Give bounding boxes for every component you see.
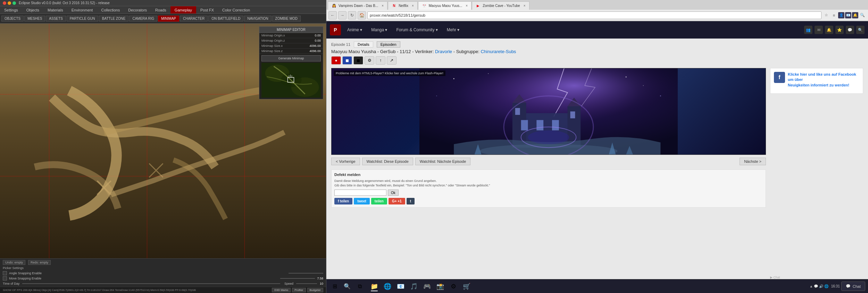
minimize-button[interactable] [8, 1, 11, 5]
menu-environment[interactable]: Environment [67, 6, 97, 14]
menu-gameplay[interactable]: Gameplay [170, 6, 196, 14]
subgroup-link[interactable]: Chinurarete-Subs [481, 49, 516, 54]
chat-toggle[interactable]: ▶ Chat [770, 276, 863, 279]
menu-roads[interactable]: Roads [151, 6, 170, 14]
tab-zombie-cave[interactable]: ▶ Zombie Cave - YouTube × [472, 1, 529, 10]
menu-objects[interactable]: Objects [22, 6, 43, 14]
tool-particle-gun[interactable]: PARTICLE GUN [67, 16, 98, 22]
profile-icon-3[interactable]: 🔔 [852, 12, 858, 18]
settings-icon[interactable]: ≡ [831, 12, 837, 19]
flash-message[interactable]: Probleme mit dem HTML5-Player? Klicke hi… [334, 70, 445, 76]
taskbar-app-store[interactable]: 🛒 [460, 281, 473, 292]
redo-button[interactable]: Redo: empty [28, 260, 51, 265]
move-snapping-checkbox[interactable] [3, 276, 7, 281]
next-button[interactable]: Nächste > [740, 158, 766, 165]
angle-snapping-checkbox[interactable] [3, 271, 7, 275]
forward-button[interactable]: → [338, 11, 347, 19]
move-slider[interactable] [280, 278, 315, 279]
defekt-input[interactable] [334, 190, 386, 196]
tool-on-battlefield[interactable]: ON BATTLEFIELD [208, 16, 243, 22]
address-bar[interactable] [367, 11, 821, 19]
time-slider[interactable] [22, 283, 280, 284]
taskbar-app-settings[interactable]: ⚙ [447, 281, 460, 292]
share-tumblr-button[interactable]: t [407, 198, 415, 204]
menu-collections[interactable]: Collections [97, 6, 124, 14]
budgeter-button[interactable]: Budgeter [307, 288, 323, 292]
taskbar-app-browser[interactable]: 🌐 [381, 281, 394, 292]
maximize-button[interactable] [12, 1, 16, 5]
taskbar-app-music[interactable]: 🎵 [408, 281, 420, 292]
tab-close-maoyuu[interactable]: × [466, 4, 468, 8]
tool-objects[interactable]: OBJECTS [1, 16, 24, 22]
bookmark-icon[interactable]: ☆ [823, 12, 830, 19]
tool-zombie-mod[interactable]: ZOMBIE MOD [272, 16, 301, 22]
tool-meshes[interactable]: MESHES [24, 16, 45, 22]
action-icon-upload[interactable]: ↑ [376, 56, 385, 65]
search-browser-icon[interactable]: 🔍 [859, 12, 866, 19]
taskbar-app-mail[interactable]: 📧 [394, 281, 407, 292]
tool-minimap[interactable]: MINIMAP [158, 16, 179, 22]
menu-color-correction[interactable]: Color Correction [218, 6, 254, 14]
taskbar-app-camera[interactable]: 📸 [434, 281, 446, 292]
tool-character[interactable]: CHARACTER [180, 16, 208, 22]
back-button[interactable]: ← [328, 11, 337, 19]
menu-decorators[interactable]: Decorators [124, 6, 151, 14]
menu-postfx[interactable]: Post FX [196, 6, 218, 14]
watchlist-next-button[interactable]: Watchlist: Nächste Episode [415, 158, 470, 165]
d3d-marks-button[interactable]: D3D Marks [272, 288, 291, 292]
nav-forum-community[interactable]: Forum & Community ▾ [393, 26, 440, 34]
watchlist-episode-button[interactable]: Watchlist: Diese Episode [362, 158, 413, 165]
tool-camera-rig[interactable]: CAMERA RIG [129, 16, 157, 22]
prev-button[interactable]: < Vorherige [331, 158, 360, 165]
header-icon-4[interactable]: ⭐ [835, 26, 844, 34]
profiler-button[interactable]: Profiler [292, 288, 306, 292]
menu-settings[interactable]: Settings [0, 6, 22, 14]
task-view-button[interactable]: ⧉ [354, 281, 365, 292]
generate-minimap-button[interactable]: Generate Minimap [261, 55, 321, 61]
search-taskbar-button[interactable]: 🔍 [342, 281, 353, 292]
action-icon-2[interactable]: ◼ [342, 56, 352, 65]
share-whatsapp-button[interactable]: teilen [371, 198, 387, 204]
video-player[interactable]: Probleme mit dem HTML5-Player? Klicke hi… [331, 68, 766, 155]
reload-button[interactable]: ↻ [348, 11, 356, 19]
chat-button[interactable]: 💬 Chat [841, 282, 865, 291]
action-icon-3[interactable]: ◼ [353, 56, 363, 65]
tab-close-vampires-dawn[interactable]: × [382, 4, 384, 8]
tool-battle-zone[interactable]: BATTLE ZONE [99, 16, 129, 22]
tab-maoyuu[interactable]: 🎌 Maoyuu Maou Yuus... × [418, 1, 471, 10]
tab-netflix[interactable]: N Netflix × [388, 1, 418, 10]
header-icon-2[interactable]: ✉ [815, 26, 823, 34]
tab-details-button[interactable]: Details [354, 41, 373, 48]
tab-close-zombie-cave[interactable]: × [524, 4, 526, 8]
header-search-icon[interactable]: 🔍 [856, 26, 865, 34]
defekt-ok-button[interactable]: Ok [388, 190, 399, 196]
action-icon-1[interactable]: ● [331, 56, 341, 65]
share-facebook-button[interactable]: f teilen [334, 198, 352, 204]
tab-episodes-button[interactable]: Episoden [377, 41, 400, 48]
nav-anime[interactable]: Anime ▾ [344, 26, 365, 34]
share-google-plus-button[interactable]: G+ +1 [389, 198, 405, 204]
speed-slider[interactable] [296, 283, 317, 284]
action-icon-link[interactable]: ↗ [387, 56, 397, 65]
start-button[interactable]: ⊞ [329, 281, 340, 292]
share-twitter-button[interactable]: tweet [354, 198, 370, 204]
header-icon-5[interactable]: 💬 [846, 26, 854, 34]
close-button[interactable] [3, 1, 6, 5]
header-icon-3[interactable]: 🔔 [825, 26, 833, 34]
taskbar-app-game[interactable]: 🎮 [421, 281, 433, 292]
tool-assets[interactable]: ASSETS [46, 16, 66, 22]
tool-navigation[interactable]: NAVIGATION [244, 16, 271, 22]
profile-icon-1[interactable]: 👤 [838, 12, 844, 18]
header-icon-1[interactable]: 👥 [804, 26, 812, 34]
nav-mehr[interactable]: Mehr ▾ [444, 26, 462, 34]
tab-vampires-dawn[interactable]: 🧛 Vampires Dawn - Das B... × [328, 1, 387, 10]
action-icon-settings[interactable]: ⚙ [365, 56, 374, 65]
linker-link[interactable]: Dravorle [435, 49, 452, 54]
taskbar-app-explorer[interactable]: 📁 [368, 281, 381, 292]
undo-button[interactable]: Undo: empty [3, 260, 25, 265]
menu-materials[interactable]: Materials [43, 6, 67, 14]
home-button[interactable]: 🏠 [358, 11, 366, 19]
tab-close-netflix[interactable]: × [412, 4, 414, 8]
profile-icon-2[interactable]: 📧 [845, 12, 851, 18]
nav-manga[interactable]: Manga ▾ [368, 26, 390, 34]
